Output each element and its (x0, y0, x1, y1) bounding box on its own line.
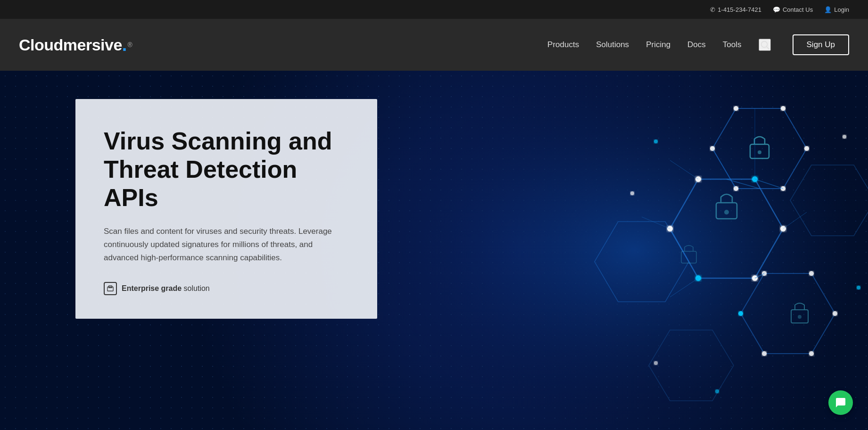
hero-title: Virus Scanning and Threat Detection APIs (104, 127, 349, 212)
svg-point-32 (762, 351, 767, 356)
contact-label: Contact Us (783, 6, 813, 13)
logo[interactable]: Cloudmersive.® (19, 35, 132, 55)
chat-button[interactable] (828, 390, 853, 415)
nav-solutions[interactable]: Solutions (596, 40, 629, 50)
hero-graphic (349, 71, 868, 430)
top-bar: ✆ 1-415-234-7421 💬 Contact Us 👤 Login (0, 0, 868, 19)
logo-dot: . (122, 35, 127, 55)
badge-icon (104, 282, 117, 295)
svg-point-31 (809, 351, 814, 356)
badge-rest: solution (182, 284, 210, 292)
user-icon: 👤 (824, 6, 832, 13)
svg-point-33 (738, 311, 743, 316)
signup-button[interactable]: Sign Up (793, 34, 849, 55)
svg-point-34 (654, 140, 658, 143)
svg-point-29 (809, 271, 814, 276)
svg-point-12 (758, 150, 761, 154)
login-label: Login (834, 6, 849, 13)
chat-icon (835, 397, 846, 408)
svg-point-10 (724, 210, 729, 215)
badge-bold: Enterprise grade (122, 284, 182, 292)
svg-line-1 (767, 47, 769, 49)
contact-link[interactable]: 💬 Contact Us (773, 6, 813, 13)
contact-icon: 💬 (773, 6, 780, 13)
search-icon (760, 40, 770, 50)
svg-point-39 (715, 389, 719, 393)
logo-text: Cloudmersive (19, 36, 122, 54)
svg-point-18 (804, 146, 809, 151)
hero-badge: Enterprise grade solution (104, 282, 349, 295)
badge-text: Enterprise grade solution (122, 284, 210, 293)
search-button[interactable] (759, 39, 771, 51)
svg-point-16 (734, 106, 738, 111)
svg-point-37 (857, 286, 860, 289)
main-nav: Products Solutions Pricing Docs Tools Si… (547, 34, 849, 55)
login-link[interactable]: 👤 Login (824, 6, 849, 13)
nav-docs[interactable]: Docs (687, 40, 706, 50)
nav-pricing[interactable]: Pricing (646, 40, 670, 50)
svg-point-35 (630, 191, 634, 195)
phone-number: 1-415-234-7421 (718, 6, 761, 13)
svg-point-38 (654, 361, 658, 365)
svg-point-17 (781, 106, 785, 111)
phone-link[interactable]: ✆ 1-415-234-7421 (710, 6, 761, 13)
svg-point-36 (843, 135, 846, 139)
phone-icon: ✆ (710, 6, 715, 13)
hero-content-card: Virus Scanning and Threat Detection APIs… (75, 99, 377, 319)
svg-point-14 (798, 315, 802, 319)
hero-section: Virus Scanning and Threat Detection APIs… (0, 71, 868, 430)
header: Cloudmersive.® Products Solutions Pricin… (0, 19, 868, 71)
logo-reg: ® (127, 41, 132, 49)
hero-description: Scan files and content for viruses and s… (104, 225, 349, 265)
svg-point-30 (833, 311, 837, 316)
nav-tools[interactable]: Tools (723, 40, 742, 50)
nav-products[interactable]: Products (547, 40, 579, 50)
svg-rect-2 (349, 71, 868, 430)
